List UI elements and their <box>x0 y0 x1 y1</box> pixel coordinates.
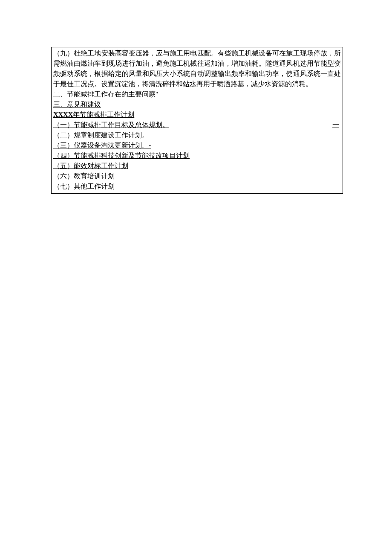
plan-item-6: （六）教育培训计划 <box>53 171 341 181</box>
plan-title-line: XXXX年节能减排工作计划 <box>53 110 341 120</box>
plan-item-7-text: （七）其他工作计划 <box>53 183 115 190</box>
plan-item-5-text: （五）能效对标工作计划 <box>53 162 128 169</box>
plan-item-1-text: （一）节能减排工作目标及总体规划。 <box>53 120 169 130</box>
paragraph-text-tail: 再用于喷洒路基，减少水资源的消耗。 <box>196 80 312 87</box>
section-two-heading: 二、节能减排工作存在的主要问蕨″ <box>53 89 341 99</box>
content-box: （九）杜绝工地安装高容变压器，应与施工用电匹配。有些施工机械设备可在施工现场停放… <box>51 47 343 194</box>
section-three-text: 三、意见和建议 <box>53 101 101 108</box>
plan-item-2-text: （二）规章制度建设工作计划。 <box>53 131 149 139</box>
section-two-text: 二、节能减排工作存在的主要问蕨″ <box>53 90 159 98</box>
plan-item-1: （一）节能减排工作目标及总体规划。 一 <box>53 120 341 130</box>
plan-item-6-text: （六）教育培训计划 <box>53 172 115 180</box>
paragraph-text-underlined-word: 站水 <box>183 80 196 87</box>
plan-item-5: （五）能效对标工作计划 <box>53 161 341 171</box>
plan-item-2: （二）规章制度建设工作计划。 <box>53 130 341 140</box>
document-page: （九）杜绝工地安装高容变压器，应与施工用电匹配。有些施工机械设备可在施工现场停放… <box>0 0 392 555</box>
plan-item-4-text: （四）节能减排科技创新及节能技改项目计划 <box>53 152 190 159</box>
plan-title-year: XXXX <box>53 111 73 118</box>
plan-item-3-text: （三）仪器设备淘汰更新计划。- <box>53 142 151 149</box>
plan-title-rest: 年节能减排工作计划 <box>73 111 134 118</box>
plan-item-4: （四）节能减排科技创新及节能技改项目计划 <box>53 151 341 161</box>
plan-item-7: （七）其他工作计划 <box>53 181 341 192</box>
section-three-heading: 三、意见和建议 <box>53 99 341 110</box>
plan-item-3: （三）仪器设备淘汰更新计划。- <box>53 140 341 151</box>
plan-item-1-trailer: 一 <box>332 120 341 130</box>
paragraph-item-nine: （九）杜绝工地安装高容变压器，应与施工用电匹配。有些施工机械设备可在施工现场停放… <box>53 48 341 89</box>
